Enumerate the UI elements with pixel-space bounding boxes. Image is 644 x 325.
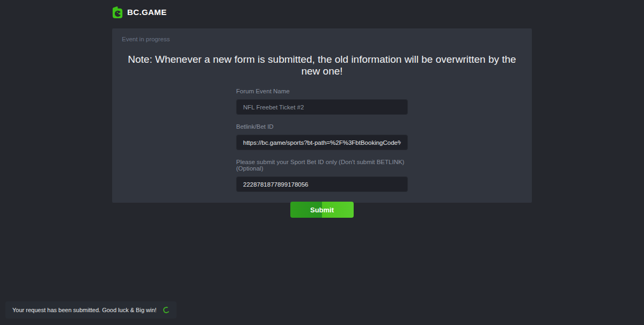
- brand-name: BC.GAME: [127, 8, 167, 17]
- loading-spinner-icon: [162, 306, 170, 314]
- brand-logo[interactable]: BC.GAME: [111, 6, 167, 19]
- top-header: BC.GAME: [0, 0, 644, 24]
- field-group-betlink: Betlink/Bet ID: [236, 123, 408, 150]
- event-form: Forum Event Name Betlink/Bet ID Please s…: [236, 88, 408, 218]
- submit-button[interactable]: Submit: [290, 202, 354, 218]
- submission-toast: Your request has been submitted. Good lu…: [5, 301, 177, 319]
- betlink-label: Betlink/Bet ID: [236, 123, 408, 130]
- sport-bet-id-label: Please submit your Sport Bet ID only (Do…: [236, 159, 408, 172]
- toast-message: Your request has been submitted. Good lu…: [12, 307, 157, 313]
- bcgame-logo-icon: [111, 6, 123, 19]
- betlink-input[interactable]: [236, 135, 408, 150]
- sport-bet-id-input[interactable]: [236, 176, 408, 192]
- field-group-forum-event-name: Forum Event Name: [236, 88, 408, 115]
- overwrite-note: Note: Whenever a new form is submitted, …: [122, 54, 522, 77]
- event-form-panel: Event in progress Note: Whenever a new f…: [112, 28, 532, 203]
- field-group-sport-bet-id: Please submit your Sport Bet ID only (Do…: [236, 159, 408, 192]
- forum-event-name-input[interactable]: [236, 99, 408, 115]
- forum-event-name-label: Forum Event Name: [236, 88, 408, 94]
- event-status-text: Event in progress: [122, 36, 522, 42]
